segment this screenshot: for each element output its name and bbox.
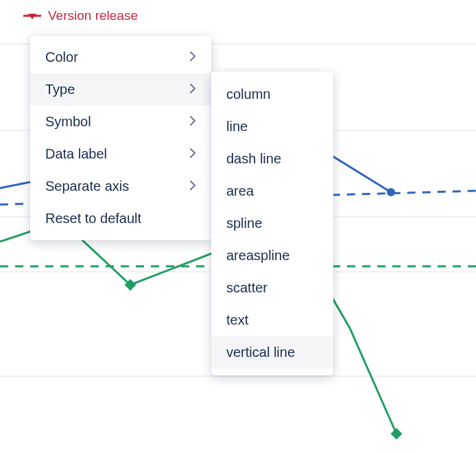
menu-item-type[interactable]: Type — [30, 73, 211, 106]
menu-item-label: Color — [45, 49, 78, 65]
submenu-item-label: scatter — [226, 280, 267, 295]
chevron-right-icon — [189, 49, 196, 65]
submenu-item-dash-line[interactable]: dash line — [211, 143, 333, 175]
svg-rect-9 — [391, 428, 403, 440]
submenu-item-label: areaspline — [226, 248, 289, 263]
chevron-right-icon — [189, 146, 196, 162]
menu-item-reset-to-default[interactable]: Reset to default — [30, 202, 211, 235]
submenu-item-label: line — [226, 119, 248, 134]
menu-item-label: Type — [45, 82, 75, 97]
menu-item-symbol[interactable]: Symbol — [30, 106, 211, 138]
submenu-item-areaspline[interactable]: areaspline — [211, 240, 333, 272]
submenu-item-scatter[interactable]: scatter — [211, 272, 333, 304]
submenu-item-label: vertical line — [226, 345, 295, 360]
submenu-item-spline[interactable]: spline — [211, 207, 333, 240]
submenu-item-label: column — [226, 86, 270, 102]
submenu-item-label: area — [226, 183, 254, 198]
submenu-item-label: text — [226, 312, 248, 327]
menu-item-separate-axis[interactable]: Separate axis — [30, 170, 211, 202]
menu-item-label: Separate axis — [45, 178, 129, 194]
legend-marker-icon — [23, 11, 41, 21]
menu-item-data-label[interactable]: Data label — [30, 138, 211, 170]
legend-label: Version release — [48, 8, 138, 23]
type-submenu: column line dash line area spline areasp… — [211, 71, 333, 375]
submenu-item-area[interactable]: area — [211, 175, 333, 207]
series-context-menu: Color Type Symbol Data label Separate ax… — [30, 36, 211, 240]
submenu-item-label: spline — [226, 216, 262, 231]
menu-item-color[interactable]: Color — [30, 41, 211, 73]
legend-item-version-release[interactable]: Version release — [23, 8, 138, 23]
chevron-right-icon — [189, 82, 196, 97]
svg-point-7 — [387, 188, 395, 196]
chevron-right-icon — [189, 178, 196, 194]
menu-item-label: Symbol — [45, 114, 91, 130]
submenu-item-column[interactable]: column — [211, 78, 333, 111]
submenu-item-line[interactable]: line — [211, 111, 333, 143]
menu-item-label: Reset to default — [45, 211, 141, 226]
submenu-item-text[interactable]: text — [211, 304, 333, 336]
chevron-right-icon — [189, 114, 196, 130]
submenu-item-label: dash line — [226, 151, 281, 166]
submenu-item-vertical-line[interactable]: vertical line — [211, 336, 333, 369]
menu-item-label: Data label — [45, 146, 107, 162]
